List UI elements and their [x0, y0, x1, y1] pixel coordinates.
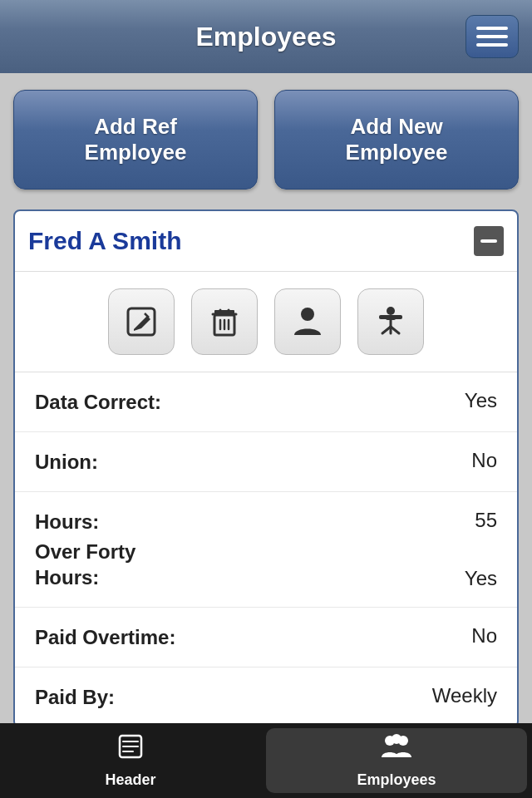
employee-data-rows: Data Correct: Yes Union: No Hours: 55 Ov… [15, 372, 517, 723]
employee-card: Fred A Smith [13, 209, 519, 723]
union-value: No [471, 449, 497, 472]
hours-value: 55 [475, 509, 497, 534]
over-forty-hours-label: Over FortyHours: [35, 539, 135, 590]
data-correct-label: Data Correct: [35, 389, 161, 415]
podium-icon [372, 303, 409, 340]
menu-button[interactable] [466, 15, 519, 58]
employees-icon [380, 732, 413, 761]
add-ref-employee-label: Add RefEmployee [85, 114, 187, 165]
data-correct-value: Yes [465, 389, 497, 412]
svg-rect-8 [214, 310, 234, 314]
menu-bar-3 [476, 43, 508, 47]
person-button[interactable] [274, 288, 341, 355]
over-forty-hours-value: Yes [465, 567, 497, 590]
employee-card-header: Fred A Smith [15, 211, 517, 272]
add-new-employee-button[interactable]: Add NewEmployee [274, 90, 519, 190]
data-correct-row: Data Correct: Yes [15, 372, 517, 432]
person-icon [289, 303, 326, 340]
employees-tab-icon [380, 732, 413, 766]
page-title: Employees [196, 22, 337, 52]
delete-icon [206, 303, 243, 340]
edit-button[interactable] [108, 288, 175, 355]
svg-point-9 [301, 308, 314, 321]
paid-by-row: Paid By: Weekly [15, 667, 517, 723]
svg-point-10 [387, 307, 395, 315]
employee-name: Fred A Smith [28, 227, 181, 255]
paid-by-value: Weekly [432, 684, 497, 707]
paid-overtime-value: No [471, 624, 497, 648]
paid-by-label: Paid By: [35, 684, 115, 710]
svg-point-22 [392, 734, 401, 744]
header-tab-label: Header [105, 771, 155, 789]
paid-overtime-row: Paid Overtime: No [15, 608, 517, 667]
menu-bar-1 [476, 27, 508, 30]
hours-over-forty-row: Hours: 55 Over FortyHours: Yes [15, 492, 517, 608]
svg-rect-15 [379, 315, 402, 319]
header-tab[interactable]: Header [0, 723, 261, 798]
header-tab-icon [116, 732, 145, 766]
union-row: Union: No [15, 432, 517, 492]
add-new-employee-label: Add NewEmployee [346, 114, 448, 165]
hours-label: Hours: [35, 509, 99, 534]
edit-icon [123, 303, 160, 340]
tab-bar: Header Employees [0, 723, 532, 798]
app-header: Employees [0, 0, 532, 73]
main-content: Add RefEmployee Add NewEmployee Fred A S… [0, 73, 532, 723]
action-buttons-row: Add RefEmployee Add NewEmployee [13, 90, 519, 190]
podium-button[interactable] [357, 288, 424, 355]
collapse-button[interactable] [474, 226, 504, 256]
employees-tab-label: Employees [357, 771, 436, 789]
collapse-bar [480, 239, 497, 243]
delete-button[interactable] [191, 288, 258, 355]
employee-action-icons-row [15, 272, 517, 372]
paid-overtime-label: Paid Overtime: [35, 624, 175, 650]
employees-tab[interactable]: Employees [266, 728, 527, 793]
menu-bar-2 [476, 35, 508, 38]
add-ref-employee-button[interactable]: Add RefEmployee [13, 90, 258, 190]
union-label: Union: [35, 449, 98, 475]
header-icon [116, 732, 145, 761]
